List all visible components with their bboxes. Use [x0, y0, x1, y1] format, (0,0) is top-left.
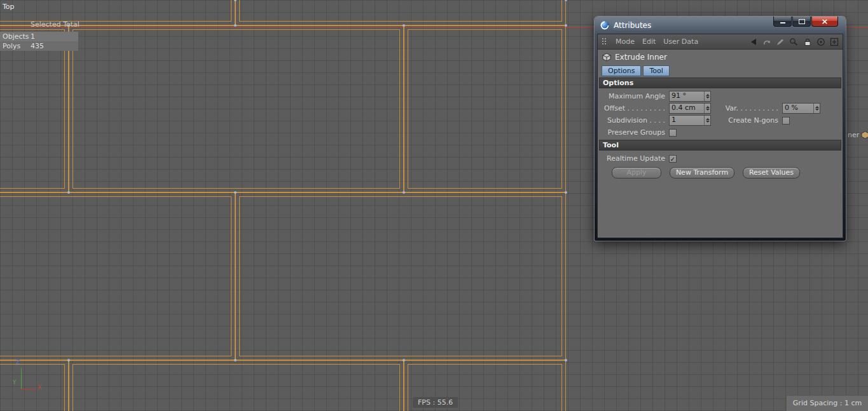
wireframe-inner-polygon	[72, 364, 400, 411]
wireframe-polygon[interactable]	[69, 25, 404, 192]
minimize-icon	[780, 22, 785, 24]
preserve-groups-label: Preserve Groups	[598, 128, 665, 137]
axis-x-label: X	[38, 384, 41, 391]
stats-label: Polys	[0, 42, 31, 50]
wireframe-polygon[interactable]	[69, 360, 404, 411]
wireframe-inner-polygon	[0, 0, 231, 22]
close-button[interactable]: ×	[811, 17, 838, 27]
wireframe-polygon[interactable]	[235, 0, 566, 25]
axis-z-label: Z	[16, 359, 20, 365]
row-subdivision-ngons: Subdivision . . . . 1 Create N-gons	[598, 114, 843, 126]
grid-spacing-indicator: Grid Spacing : 1 cm	[786, 395, 868, 411]
pen-icon[interactable]	[776, 38, 785, 46]
var-value[interactable]: 0 %	[783, 104, 813, 113]
wireframe-inner-polygon	[239, 0, 562, 22]
tab-options[interactable]: Options	[602, 65, 641, 76]
realtime-update-checkbox[interactable]: ✓	[669, 155, 677, 163]
clipped-label-text: ner	[848, 131, 859, 139]
section-header-options[interactable]: Options	[599, 77, 841, 88]
maximum-angle-value[interactable]: 91 °	[670, 91, 704, 101]
apply-button[interactable]: Apply	[612, 167, 661, 179]
maximize-button[interactable]	[792, 17, 811, 27]
wireframe-polygon[interactable]	[404, 25, 566, 192]
wireframe-inner-polygon	[72, 29, 400, 189]
vertex-dot	[565, 24, 567, 27]
vertex-dot	[67, 191, 70, 194]
grip-icon[interactable]	[602, 37, 608, 46]
target-icon[interactable]	[816, 37, 825, 46]
tab-tool[interactable]: Tool	[643, 65, 669, 76]
stats-header: Selected Total	[31, 20, 79, 30]
lock-icon[interactable]	[803, 37, 812, 46]
axis-vertical-line	[21, 368, 22, 389]
minimize-button[interactable]	[773, 17, 792, 27]
vertex-dot	[403, 359, 405, 361]
selection-stats: Selected Total Objects 1 Polys 435	[0, 20, 79, 51]
row-realtime-update: Realtime Update ✓	[598, 152, 843, 165]
attributes-menubar: Mode Edit User Data	[598, 34, 843, 50]
realtime-update-label: Realtime Update	[598, 154, 665, 163]
vertex-dot	[565, 191, 567, 194]
active-tool-row: Extrude Inner	[598, 50, 843, 64]
maximum-angle-field[interactable]: 91 °	[669, 91, 711, 102]
create-ngons-label: Create N-gons	[717, 116, 778, 125]
stats-row-polys: Polys 435	[0, 41, 78, 51]
vertex-dot	[67, 359, 70, 361]
active-tool-name: Extrude Inner	[615, 53, 667, 62]
add-box-icon[interactable]	[830, 37, 839, 46]
wireframe-inner-polygon	[0, 29, 65, 189]
view-label: Top	[3, 3, 15, 11]
section-header-tool[interactable]: Tool	[599, 140, 841, 151]
menu-edit[interactable]: Edit	[642, 37, 656, 46]
maximize-icon	[799, 19, 805, 24]
menu-mode[interactable]: Mode	[616, 37, 635, 46]
tool-buttons-row: Apply New Transform Reset Values	[612, 167, 843, 179]
window-title: Attributes	[614, 21, 651, 30]
stepper-icon[interactable]	[704, 116, 710, 125]
c4d-logo-icon	[600, 20, 610, 30]
wireframe-polygon[interactable]	[0, 192, 235, 360]
stats-value: 1	[31, 32, 35, 41]
back-arrow-icon[interactable]	[749, 38, 758, 46]
reset-values-button[interactable]: Reset Values	[743, 167, 800, 179]
create-ngons-checkbox[interactable]	[782, 117, 790, 125]
extrude-inner-icon	[602, 53, 611, 62]
row-preserve-groups: Preserve Groups	[598, 126, 843, 138]
wireframe-inner-polygon	[0, 196, 231, 356]
stats-value: 435	[31, 42, 44, 50]
subdivision-label: Subdivision . . . .	[598, 116, 665, 125]
vertex-dot	[565, 359, 567, 361]
row-maximum-angle: Maximum Angle 91 °	[598, 90, 843, 102]
clipped-object-label[interactable]: ner	[848, 131, 868, 139]
vertex-dot	[403, 24, 405, 27]
fps-indicator: FPS : 55.6	[413, 397, 458, 408]
axis-y-label: Y	[13, 379, 17, 386]
stats-row-objects: Objects 1	[0, 32, 78, 41]
offset-field[interactable]: 0.4 cm	[669, 103, 711, 114]
magnifier-icon[interactable]	[789, 37, 799, 46]
vertex-dot	[565, 0, 567, 1]
new-transform-button[interactable]: New Transform	[670, 167, 734, 179]
attributes-panel: Mode Edit User Data Extrude Inner Option…	[597, 34, 843, 238]
world-axis-gizmo: Z Y X	[11, 361, 50, 396]
attribute-tabs: Options Tool	[602, 65, 843, 76]
vertex-dot	[234, 359, 237, 361]
wireframe-polygon[interactable]	[235, 192, 566, 360]
offset-value[interactable]: 0.4 cm	[670, 104, 704, 113]
history-arrow-icon[interactable]	[762, 38, 771, 46]
var-field[interactable]: 0 %	[782, 103, 820, 114]
stepper-icon[interactable]	[704, 91, 710, 101]
vertex-dot	[403, 191, 405, 194]
wireframe-inner-polygon	[239, 196, 562, 356]
stepper-icon[interactable]	[704, 104, 710, 113]
subdivision-field[interactable]: 1	[669, 115, 711, 126]
var-label: Var. . . . . . . . . .	[717, 104, 778, 112]
stepper-icon[interactable]	[813, 104, 820, 113]
preserve-groups-checkbox[interactable]	[669, 129, 677, 137]
close-icon: ×	[822, 18, 829, 25]
viewport-top[interactable]: { "viewport": { "view_label": "Top", "st…	[0, 0, 868, 411]
extrude-inner-icon	[861, 131, 868, 139]
row-offset-var: Offset . . . . . . . . . 0.4 cm Var. . .…	[598, 102, 843, 114]
menu-user-data[interactable]: User Data	[663, 37, 698, 46]
subdivision-value[interactable]: 1	[670, 116, 704, 125]
